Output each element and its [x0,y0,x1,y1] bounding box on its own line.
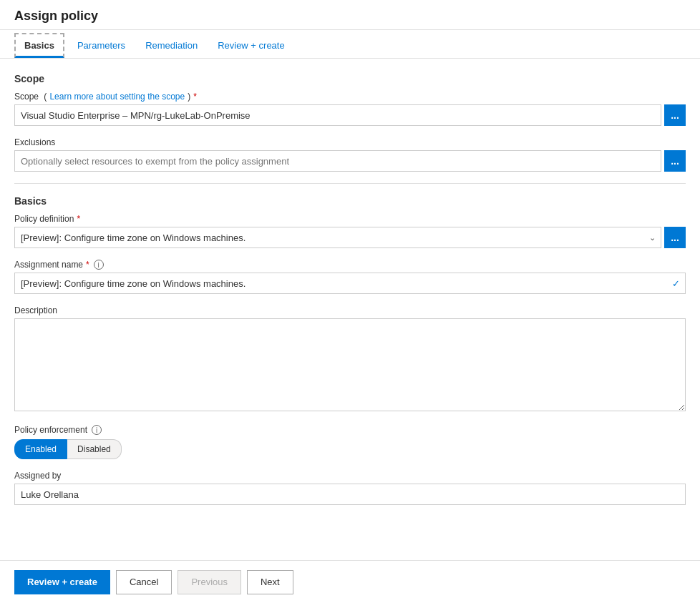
enabled-toggle-button[interactable]: Enabled [14,439,67,459]
policy-definition-input[interactable] [14,227,661,248]
page-title: Assign policy [14,9,686,24]
policy-enforcement-info-icon: i [92,425,102,435]
policy-definition-field-row: ⌄ ... [14,227,686,248]
policy-enforcement-section: Policy enforcement i Enabled Disabled [14,425,686,459]
next-button[interactable]: Next [247,570,293,594]
exclusions-label: Exclusions [14,137,686,147]
previous-button: Previous [178,570,241,594]
exclusions-ellipsis-button[interactable]: ... [664,150,686,172]
policy-definition-label: Policy definition * [14,214,686,224]
assignment-name-field-group: Assignment name * i ✓ [14,260,686,294]
description-field-group: Description [14,305,686,413]
policy-definition-field-group: Policy definition * ⌄ ... [14,214,686,248]
cancel-button[interactable]: Cancel [116,570,172,594]
assignment-name-select-wrapper: ✓ [14,273,686,294]
assigned-by-field-row [14,484,686,505]
exclusions-input[interactable] [14,150,661,172]
separator-1 [14,183,686,184]
policy-enforcement-label: Policy enforcement i [14,425,686,435]
description-label: Description [14,305,686,315]
basics-section: Basics Policy definition * ⌄ ... Assignm… [14,195,686,505]
assigned-by-field-group: Assigned by [14,471,686,505]
scope-field-row: ... [14,104,686,126]
page-header: Assign policy [0,0,700,30]
policy-definition-select-wrapper: ⌄ [14,227,661,248]
scope-field-group: Scope ( Learn more about setting the sco… [14,92,686,126]
scope-heading: Scope [14,73,686,84]
tab-parameters[interactable]: Parameters [67,33,135,58]
assignment-name-field-row: ✓ [14,273,686,294]
description-textarea[interactable] [14,318,686,411]
footer-bar: Review + create Cancel Previous Next [0,560,700,603]
scope-ellipsis-button[interactable]: ... [664,104,686,126]
tabs-bar: Basics Parameters Remediation Review + c… [0,33,700,59]
assigned-by-label: Assigned by [14,471,686,481]
scope-section: Scope Scope ( Learn more about setting t… [14,73,686,172]
toggle-group: Enabled Disabled [14,439,686,459]
tab-remediation[interactable]: Remediation [135,33,208,58]
content-area: Scope Scope ( Learn more about setting t… [0,59,700,574]
disabled-toggle-button[interactable]: Disabled [67,439,122,459]
assignment-name-input[interactable] [14,273,686,294]
tab-basics[interactable]: Basics [14,33,64,58]
exclusions-field-row: ... [14,150,686,172]
assigned-by-input[interactable] [14,484,686,505]
assignment-name-label: Assignment name * i [14,260,686,270]
tab-review-create[interactable]: Review + create [208,33,295,58]
policy-definition-ellipsis-button[interactable]: ... [664,227,686,248]
scope-input[interactable] [14,104,661,126]
scope-label: Scope ( Learn more about setting the sco… [14,92,686,102]
review-create-button[interactable]: Review + create [14,570,110,594]
exclusions-field-group: Exclusions ... [14,137,686,172]
basics-heading: Basics [14,195,686,207]
assignment-name-info-icon: i [94,260,104,270]
scope-learn-more-link[interactable]: Learn more about setting the scope [49,92,185,102]
